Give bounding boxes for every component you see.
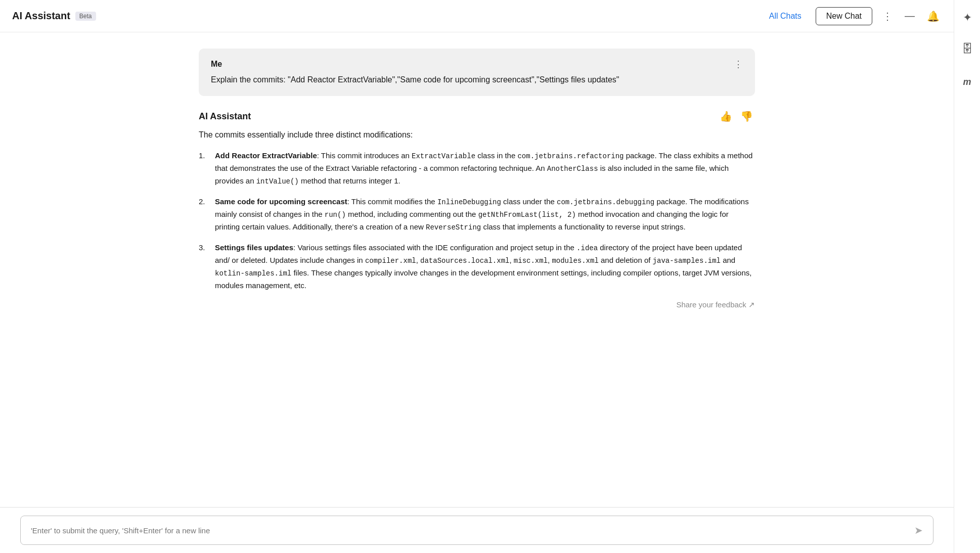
chat-input[interactable]: [31, 526, 908, 535]
user-name: Me: [211, 60, 222, 69]
header-left: AI Assistant Beta: [12, 10, 763, 22]
ai-sender-name: AI Assistant: [199, 111, 251, 122]
list-item: Same code for upcoming screencast: This …: [199, 196, 755, 234]
minimize-button[interactable]: —: [903, 8, 917, 24]
ai-sparkle-icon: ✦: [963, 11, 972, 24]
all-chats-button[interactable]: All Chats: [763, 9, 808, 24]
vertical-dots-icon: ⋮: [734, 59, 743, 69]
m-icon: m: [960, 74, 974, 90]
feedback-link-container: Share your feedback ↗: [199, 300, 755, 309]
submit-button[interactable]: ➤: [914, 524, 923, 536]
more-options-button[interactable]: ⋮: [880, 8, 895, 24]
list-item-title: Same code for upcoming screencast: [215, 197, 347, 206]
list-item: Add Reactor ExtractVariable: This commit…: [199, 150, 755, 188]
list-item-content: Add Reactor ExtractVariable: This commit…: [215, 150, 755, 188]
ai-response-header: AI Assistant 👍 👎: [199, 108, 755, 124]
ai-list: Add Reactor ExtractVariable: This commit…: [199, 150, 755, 293]
message-menu-button[interactable]: ⋮: [734, 59, 743, 70]
list-item: Settings files updates: Various settings…: [199, 242, 755, 292]
thumbs-down-icon: 👎: [740, 111, 753, 122]
chat-content: Me ⋮ Explain the commits: "Add Reactor E…: [0, 32, 954, 507]
header: AI Assistant Beta All Chats New Chat ⋮ —…: [0, 0, 954, 32]
m-sidebar-button[interactable]: m: [957, 71, 977, 94]
database-sidebar-button[interactable]: 🗄: [959, 39, 976, 59]
thumbs-down-button[interactable]: 👎: [738, 108, 755, 124]
app-title: AI Assistant: [12, 10, 70, 22]
user-message-text: Explain the commits: "Add Reactor Extrac…: [211, 74, 743, 86]
ai-intro-text: The commits essentially include three di…: [199, 128, 755, 142]
main-area: AI Assistant Beta All Chats New Chat ⋮ —…: [0, 0, 954, 553]
ai-sidebar-button[interactable]: ✦: [960, 8, 975, 27]
ai-response: AI Assistant 👍 👎 The commits essentially…: [199, 108, 755, 309]
user-message-header: Me ⋮: [211, 59, 743, 70]
user-message: Me ⋮ Explain the commits: "Add Reactor E…: [199, 49, 755, 96]
list-item-title: Add Reactor ExtractVariable: [215, 151, 317, 160]
database-icon: 🗄: [962, 42, 973, 56]
thumbs-up-icon: 👍: [720, 111, 732, 122]
new-chat-button[interactable]: New Chat: [816, 7, 872, 25]
input-wrapper: ➤: [20, 516, 933, 545]
list-item-title: Settings files updates: [215, 243, 293, 252]
thumbs-up-button[interactable]: 👍: [718, 108, 734, 124]
input-area: ➤: [0, 507, 954, 553]
share-feedback-link[interactable]: Share your feedback ↗: [676, 300, 755, 309]
beta-badge: Beta: [75, 12, 96, 21]
send-icon: ➤: [914, 524, 923, 536]
minus-icon: —: [905, 10, 915, 22]
bell-icon: 🔔: [927, 10, 940, 22]
vertical-dots-icon: ⋮: [882, 10, 893, 22]
header-right: All Chats New Chat ⋮ — 🔔: [763, 7, 942, 25]
notifications-button[interactable]: 🔔: [925, 8, 942, 24]
list-item-content: Same code for upcoming screencast: This …: [215, 196, 755, 234]
ai-feedback-icons: 👍 👎: [718, 108, 755, 124]
right-sidebar: ✦ 🗄 m: [954, 0, 980, 553]
list-item-content: Settings files updates: Various settings…: [215, 242, 755, 292]
